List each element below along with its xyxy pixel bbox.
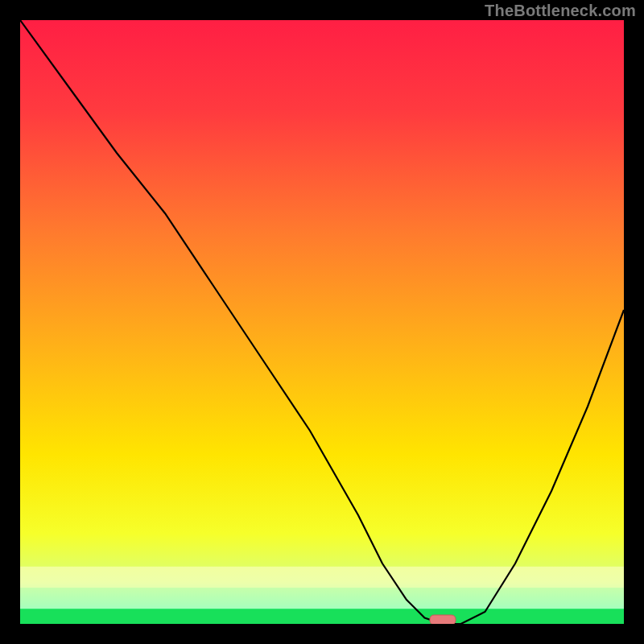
svg-rect-1	[20, 588, 624, 609]
plot-area	[20, 20, 624, 624]
chart-svg	[20, 20, 624, 624]
optimal-marker	[430, 615, 456, 624]
chart-container: TheBottleneck.com	[0, 0, 644, 644]
overlay-bands	[20, 567, 624, 624]
svg-rect-2	[20, 609, 624, 624]
svg-rect-0	[20, 567, 624, 588]
watermark-label: TheBottleneck.com	[485, 2, 636, 20]
heat-gradient-bg	[20, 20, 624, 624]
